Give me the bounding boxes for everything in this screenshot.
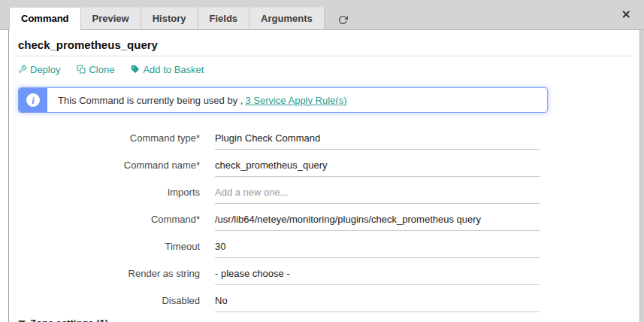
service-apply-rules-link[interactable]: 3 Service Apply Rule(s)	[245, 95, 346, 106]
tab-bar: Command Preview History Fields Arguments	[9, 7, 348, 29]
add-to-basket-label: Add to Basket	[143, 64, 204, 75]
command-detail-panel: check_prometheus_query Deploy Clone	[8, 30, 639, 322]
disabled-select[interactable]: No	[215, 290, 540, 312]
zone-settings-label: Zone settings (1)	[30, 317, 108, 322]
deploy-label: Deploy	[30, 64, 60, 75]
wrench-icon	[18, 65, 27, 74]
command-name-label: Command name*	[18, 155, 215, 177]
command-name-input[interactable]: check_prometheus_query	[215, 155, 540, 177]
form-row-command-name: Command name* check_prometheus_query	[18, 155, 632, 177]
imports-input[interactable]: Add a new one...	[215, 182, 540, 204]
clone-icon	[77, 65, 86, 74]
usage-info-banner: i This Command is currently being used b…	[18, 87, 548, 113]
disabled-label: Disabled	[18, 290, 215, 312]
command-type-select[interactable]: Plugin Check Command	[215, 128, 540, 150]
action-bar: Deploy Clone Add to Basket	[18, 63, 632, 75]
usage-info-text: This Command is currently being used by …	[47, 88, 347, 112]
clone-link[interactable]: Clone	[77, 64, 114, 75]
clone-label: Clone	[89, 64, 114, 75]
timeout-label: Timeout	[18, 236, 215, 258]
form-row-render-as-string: Render as string - please choose -	[18, 263, 632, 285]
imports-label: Imports	[18, 182, 215, 204]
title-divider	[18, 56, 632, 56]
zone-settings-section-header[interactable]: Zone settings (1)	[18, 317, 632, 322]
command-path-input[interactable]: /usr/lib64/neteye/monitoring/plugins/che…	[215, 209, 540, 231]
command-label: Command*	[18, 209, 215, 231]
form-row-timeout: Timeout 30	[18, 236, 632, 258]
command-form: Command type* Plugin Check Command Comma…	[18, 128, 632, 312]
info-icon: i	[26, 93, 40, 107]
deploy-link[interactable]: Deploy	[18, 64, 60, 75]
usage-text: This Command is currently being used by …	[58, 95, 243, 106]
command-type-label: Command type*	[18, 128, 215, 150]
scrollbar-track[interactable]	[639, 30, 644, 322]
refresh-icon	[338, 15, 348, 25]
info-icon-box: i	[19, 88, 47, 112]
close-button[interactable]: ×	[621, 8, 631, 20]
page-title: check_prometheus_query	[18, 38, 632, 53]
refresh-button[interactable]	[338, 15, 348, 25]
timeout-input[interactable]: 30	[215, 236, 540, 258]
render-as-string-label: Render as string	[18, 263, 215, 285]
tab-fields[interactable]: Fields	[198, 7, 250, 29]
form-row-command: Command* /usr/lib64/neteye/monitoring/pl…	[18, 209, 632, 231]
tab-arguments[interactable]: Arguments	[249, 7, 325, 29]
tab-history[interactable]: History	[141, 7, 198, 29]
form-row-command-type: Command type* Plugin Check Command	[18, 128, 632, 150]
tab-command[interactable]: Command	[9, 7, 81, 30]
tab-strip: Command Preview History Fields Arguments…	[0, 0, 644, 30]
add-to-basket-link[interactable]: Add to Basket	[131, 64, 204, 75]
form-row-imports: Imports Add a new one...	[18, 182, 632, 204]
tag-icon	[131, 65, 140, 74]
form-row-disabled: Disabled No	[18, 290, 632, 312]
render-as-string-select[interactable]: - please choose -	[215, 263, 540, 285]
tab-preview[interactable]: Preview	[81, 7, 141, 29]
